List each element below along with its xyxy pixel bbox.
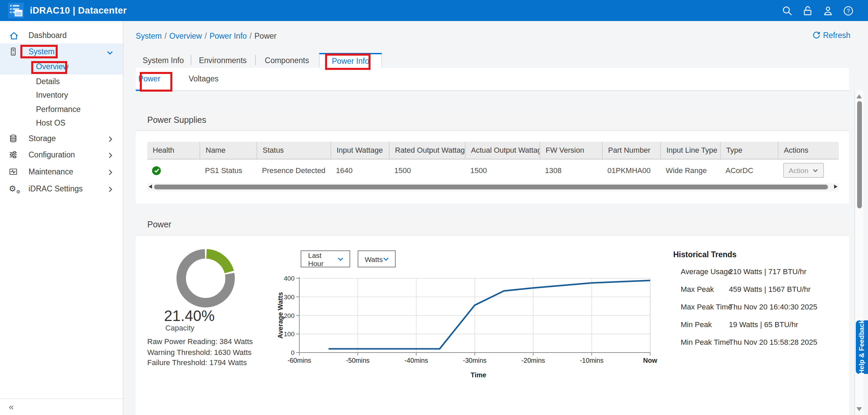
sidebar-item-inventory[interactable]: Inventory bbox=[0, 88, 123, 103]
y-tick-label: 400 bbox=[284, 275, 295, 282]
breadcrumb-current: Power bbox=[254, 32, 277, 40]
breadcrumb-link[interactable]: System bbox=[136, 32, 162, 40]
sidebar-item-configuration[interactable]: Configuration bbox=[0, 148, 123, 163]
sidebar-item-idrac-settings[interactable]: ⚙⚙iDRAC Settings bbox=[0, 182, 123, 196]
help-feedback-label: Help & Feedback bbox=[858, 320, 866, 374]
subtab-voltages[interactable]: Voltages bbox=[183, 68, 224, 90]
x-tick-label: -60mins bbox=[287, 357, 311, 364]
tab-environments[interactable]: Environments bbox=[191, 53, 255, 68]
y-tick-label: 300 bbox=[284, 294, 295, 301]
chart-x-axis-title: Time bbox=[458, 371, 499, 379]
sidebar-collapse-button[interactable]: « bbox=[9, 402, 14, 412]
sidebar-item-storage[interactable]: Storage bbox=[0, 131, 123, 146]
sidebar-item-host-os[interactable]: Host OS bbox=[0, 116, 123, 131]
tab-power-info[interactable]: Power Info bbox=[319, 53, 382, 68]
series-line bbox=[328, 281, 650, 349]
refresh-label: Refresh bbox=[823, 31, 850, 39]
sidebar-item-label: Performance bbox=[36, 105, 81, 113]
column-header[interactable]: Input Line Type bbox=[660, 142, 720, 158]
subtab-strip: PowerVoltages bbox=[136, 68, 849, 91]
help-icon[interactable]: ? bbox=[843, 5, 854, 16]
column-header[interactable]: Actual Output Wattage bbox=[465, 142, 540, 158]
unit-value: Watts bbox=[365, 255, 383, 263]
sidebar-item-maintenance[interactable]: Maintenance bbox=[0, 165, 123, 180]
sidebar-item-label: Configuration bbox=[29, 151, 75, 159]
chevron-right-icon bbox=[108, 186, 113, 194]
gears-icon: ⚙⚙ bbox=[9, 184, 20, 194]
chevron-right-icon bbox=[108, 152, 113, 160]
action-dropdown-label: Action bbox=[789, 166, 808, 174]
power-supplies-title: Power Supplies bbox=[136, 110, 849, 131]
scroll-left-icon[interactable] bbox=[149, 185, 152, 189]
tab-components[interactable]: Components bbox=[255, 53, 319, 68]
unit-dropdown[interactable]: Watts bbox=[357, 250, 395, 267]
trend-label: Max Peak bbox=[681, 285, 729, 293]
column-header[interactable]: Status bbox=[257, 142, 331, 158]
column-header[interactable]: Health bbox=[147, 142, 200, 158]
tabstrip: System InfoEnvironmentsComponentsPower I… bbox=[136, 53, 382, 68]
trend-row-average-usage: Average Usage210 Watts | 717 BTU/hr bbox=[681, 267, 807, 276]
breadcrumb-link[interactable]: Overview bbox=[169, 32, 202, 40]
chevron-right-icon bbox=[108, 135, 113, 144]
scroll-up-icon[interactable] bbox=[856, 94, 862, 98]
power-supplies-card: Power Supplies HealthNameStatusInput Wat… bbox=[136, 110, 849, 204]
trend-label: Min Peak bbox=[681, 320, 729, 328]
svg-text:?: ? bbox=[847, 7, 850, 14]
search-icon[interactable] bbox=[782, 5, 793, 16]
user-icon[interactable] bbox=[823, 5, 833, 16]
column-header[interactable]: FW Version bbox=[540, 142, 602, 158]
trend-value: 459 Watts | 1567 BTU/hr bbox=[729, 285, 811, 293]
health-cell bbox=[147, 159, 200, 182]
topbar: iDRAC10 | Datacenter ? bbox=[0, 0, 868, 21]
trend-label: Min Peak Time bbox=[681, 338, 729, 346]
sidebar-item-label: Dashboard bbox=[29, 31, 67, 39]
table-cell: 1308 bbox=[540, 159, 602, 182]
chevron-down-icon bbox=[107, 49, 113, 57]
trend-value: Thu Nov 20 15:58:28 2025 bbox=[729, 338, 817, 346]
tab-system-info[interactable]: System Info bbox=[136, 53, 191, 68]
refresh-button[interactable]: Refresh bbox=[812, 31, 850, 39]
breadcrumb-link[interactable]: Power Info bbox=[209, 32, 247, 40]
sidebar-item-dashboard[interactable]: Dashboard bbox=[0, 29, 123, 43]
sidebar-item-system[interactable]: System bbox=[0, 45, 123, 60]
capacity-value: 21.40% bbox=[155, 307, 223, 325]
scroll-right-icon[interactable] bbox=[834, 185, 837, 189]
lock-icon[interactable] bbox=[802, 5, 813, 16]
trend-value: 210 Watts | 717 BTU/hr bbox=[729, 267, 807, 276]
horizontal-scrollbar-thumb[interactable] bbox=[154, 184, 828, 189]
breadcrumb: System/Overview/Power Info/Power bbox=[136, 32, 277, 40]
sidebar-item-label: Maintenance bbox=[29, 167, 73, 175]
x-tick-label: -10mins bbox=[580, 357, 604, 364]
action-dropdown[interactable]: Action bbox=[783, 163, 824, 178]
column-header[interactable]: Part Number bbox=[602, 142, 660, 158]
table-cell: Wide Range bbox=[660, 159, 720, 182]
y-tick-label: 100 bbox=[284, 331, 295, 338]
column-header[interactable]: Type bbox=[720, 142, 778, 158]
health-ok-icon bbox=[152, 166, 161, 175]
horizontal-scrollbar[interactable] bbox=[147, 183, 839, 191]
power-title: Power bbox=[136, 214, 849, 235]
x-tick-label: -40mins bbox=[404, 357, 428, 364]
trend-label: Max Peak Time bbox=[681, 303, 729, 311]
scroll-down-icon[interactable] bbox=[856, 407, 862, 411]
sidebar-item-label: System bbox=[29, 48, 55, 56]
x-tick-label: -50mins bbox=[346, 357, 370, 364]
column-header[interactable]: Actions bbox=[778, 142, 839, 158]
trend-value: Thu Nov 20 16:40:30 2025 bbox=[729, 303, 817, 311]
x-tick-label: -20mins bbox=[521, 357, 545, 364]
column-header[interactable]: Name bbox=[200, 142, 257, 158]
sidebar-item-overview[interactable]: Overview bbox=[0, 60, 123, 75]
home-icon bbox=[9, 31, 20, 41]
capacity-label: Capacity bbox=[155, 324, 204, 332]
column-header[interactable]: Input Wattage bbox=[331, 142, 389, 158]
vertical-scrollbar-thumb[interactable] bbox=[857, 101, 862, 208]
subtab-power[interactable]: Power bbox=[136, 68, 163, 90]
time-range-dropdown[interactable]: Last Hour bbox=[301, 250, 350, 267]
sidebar-item-label: Inventory bbox=[36, 91, 68, 99]
sidebar-item-details[interactable]: Details bbox=[0, 74, 123, 89]
help-feedback-tab[interactable]: Help & Feedback bbox=[855, 320, 868, 374]
column-header[interactable]: Rated Output Wattage bbox=[389, 142, 465, 158]
sidebar-item-performance[interactable]: Performance bbox=[0, 102, 123, 117]
topbar-actions: ? bbox=[782, 0, 854, 21]
trend-row-min-peak-time: Min Peak TimeThu Nov 20 15:58:28 2025 bbox=[681, 338, 817, 347]
